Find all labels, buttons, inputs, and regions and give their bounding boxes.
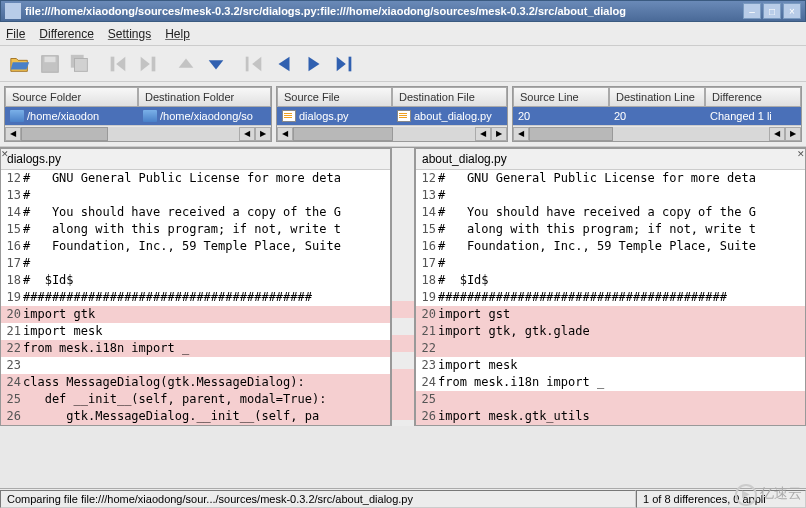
menubar: File Difference Settings Help [0,22,806,46]
diff-view: ✕ ✕ dialogs.py 12# GNU General Public Li… [0,147,806,426]
code-line[interactable]: 20import gtk [1,306,390,323]
code-line[interactable]: 23import mesk [416,357,805,374]
code-line[interactable]: 17# [416,255,805,272]
code-line[interactable]: 16# Foundation, Inc., 59 Temple Place, S… [1,238,390,255]
code-line[interactable]: 19######################################… [416,289,805,306]
line-number: 22 [416,340,438,357]
code-line[interactable]: 20import gst [416,306,805,323]
line-number: 17 [1,255,23,272]
line-text: # [23,187,390,204]
code-line[interactable]: 14# You should have received a copy of t… [1,204,390,221]
code-line[interactable]: 21import gtk, gtk.glade [416,323,805,340]
code-line[interactable]: 22 [416,340,805,357]
svg-rect-7 [349,56,352,71]
line-number: 26 [416,408,438,425]
line-text: # You should have received a copy of the… [438,204,805,221]
menu-settings[interactable]: Settings [108,27,151,41]
code-line[interactable]: 21import mesk [1,323,390,340]
open-button[interactable] [6,50,34,78]
line-text: # GNU General Public License for more de… [438,170,805,187]
status-message: Comparing file file:///home/xiaodong/sou… [0,490,636,508]
line-scrollbar[interactable]: ◀◀▶ [513,125,801,141]
code-line[interactable]: 15# along with this program; if not, wri… [416,221,805,238]
source-folder-path: /home/xiaodon [27,110,99,122]
save-all-button[interactable] [66,50,94,78]
left-pane[interactable]: dialogs.py 12# GNU General Public Licens… [0,148,391,426]
svg-rect-1 [45,56,56,62]
line-number: 23 [416,357,438,374]
left-filename: dialogs.py [1,149,390,170]
folder-panel: Source Folder Destination Folder /home/x… [4,86,272,142]
line-text: gtk.MessageDialog.__init__(self, pa [23,408,390,425]
code-line[interactable]: 15# along with this program; if not, wri… [1,221,390,238]
destination-folder-header[interactable]: Destination Folder [138,87,271,107]
source-folder-cell[interactable]: /home/xiaodon [5,107,138,125]
code-line[interactable]: 16# Foundation, Inc., 59 Temple Place, S… [416,238,805,255]
destination-line-cell[interactable]: 20 [609,107,705,125]
code-line[interactable]: 24class MessageDialog(gtk.MessageDialog)… [1,374,390,391]
file-scrollbar[interactable]: ◀◀▶ [277,125,507,141]
minimize-button[interactable]: – [743,3,761,19]
down-button[interactable] [202,50,230,78]
close-button[interactable]: × [783,3,801,19]
folder-scrollbar[interactable]: ◀◀▶ [5,125,271,141]
code-line[interactable]: 14# You should have received a copy of t… [416,204,805,221]
to-right-button[interactable] [134,50,162,78]
save-button[interactable] [36,50,64,78]
next-diff-button[interactable] [300,50,328,78]
destination-file-header[interactable]: Destination File [392,87,507,107]
line-text: # [438,255,805,272]
code-line[interactable]: 25 def __init__(self, parent, modal=True… [1,391,390,408]
source-file-cell[interactable]: dialogs.py [277,107,392,125]
first-diff-button[interactable] [240,50,268,78]
line-number: 26 [1,408,23,425]
watermark: 亿速云 [735,484,803,506]
source-file-header[interactable]: Source File [277,87,392,107]
code-line[interactable]: 12# GNU General Public License for more … [416,170,805,187]
line-number: 13 [1,187,23,204]
code-line[interactable]: 17# [1,255,390,272]
line-number: 19 [416,289,438,306]
line-text: # GNU General Public License for more de… [23,170,390,187]
right-pane[interactable]: about_dialog.py 12# GNU General Public L… [415,148,806,426]
destination-file-cell[interactable]: about_dialog.py [392,107,507,125]
up-button[interactable] [172,50,200,78]
line-text: def __init__(self, parent, modal=True): [23,391,390,408]
close-right-pane-icon[interactable]: ✕ [797,149,805,159]
code-line[interactable]: 12# GNU General Public License for more … [1,170,390,187]
close-left-pane-icon[interactable]: ✕ [1,149,9,159]
code-line[interactable]: 26import mesk.gtk_utils [416,408,805,425]
last-diff-button[interactable] [330,50,358,78]
to-left-button[interactable] [104,50,132,78]
menu-help[interactable]: Help [165,27,190,41]
menu-file[interactable]: File [6,27,25,41]
code-line[interactable]: 22from mesk.i18n import _ [1,340,390,357]
code-line[interactable]: 23 [1,357,390,374]
code-line[interactable]: 18# $Id$ [416,272,805,289]
svg-rect-6 [246,56,249,71]
difference-header[interactable]: Difference [705,87,801,107]
line-number: 15 [416,221,438,238]
code-line[interactable]: 18# $Id$ [1,272,390,289]
svg-rect-5 [152,56,156,71]
line-number: 19 [1,289,23,306]
difference-cell[interactable]: Changed 1 li [705,107,801,125]
code-line[interactable]: 24from mesk.i18n import _ [416,374,805,391]
menu-difference[interactable]: Difference [39,27,93,41]
source-folder-header[interactable]: Source Folder [5,87,138,107]
source-line-cell[interactable]: 20 [513,107,609,125]
line-text: # along with this program; if not, write… [23,221,390,238]
prev-diff-button[interactable] [270,50,298,78]
source-line-header[interactable]: Source Line [513,87,609,107]
destination-line-header[interactable]: Destination Line [609,87,705,107]
maximize-button[interactable]: □ [763,3,781,19]
code-line[interactable]: 13# [416,187,805,204]
code-line[interactable]: 13# [1,187,390,204]
line-text: from mesk.i18n import _ [438,374,805,391]
destination-folder-cell[interactable]: /home/xiaodong/so [138,107,271,125]
code-line[interactable]: 25 [416,391,805,408]
code-line[interactable]: 26 gtk.MessageDialog.__init__(self, pa [1,408,390,425]
line-text: # along with this program; if not, write… [438,221,805,238]
line-number: 24 [1,374,23,391]
code-line[interactable]: 19######################################… [1,289,390,306]
